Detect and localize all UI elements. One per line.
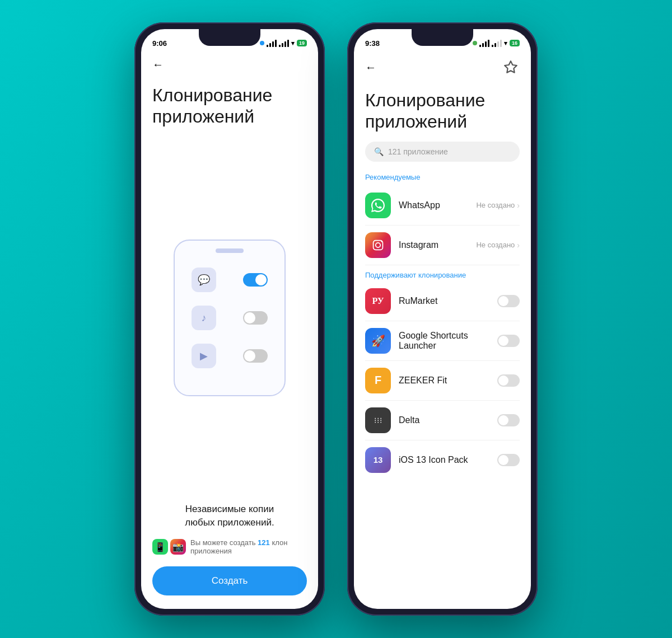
wifi-icon-right: ▾: [504, 40, 507, 47]
zeeker-toggle[interactable]: [497, 374, 520, 387]
whatsapp-name: WhatsApp: [399, 200, 476, 210]
bottom-section-left: Независимые копии любых приложений. 📱 📸 …: [141, 503, 318, 609]
gsl-name: Google Shortcuts Launcher: [399, 331, 497, 351]
app-row-1: 💬: [192, 268, 268, 292]
app-item-zeeker[interactable]: F ZEEKER Fit: [365, 361, 520, 401]
rumarket-icon: РУ: [365, 288, 391, 314]
bottom-text: Независимые копии любых приложений.: [152, 503, 307, 529]
screen-content-left: Клонирование приложений 💬 ♪ ▶: [141, 76, 318, 503]
clone-info-icons: 📱 📸: [152, 539, 186, 555]
signal-bars2-right: [492, 40, 502, 47]
screen-content-right: Клонирование приложений 🔍 121 приложение…: [354, 81, 531, 609]
whatsapp-chevron: ›: [517, 201, 520, 210]
ios-name: iOS 13 Icon Pack: [399, 455, 497, 465]
top-nav-right: ←: [354, 54, 531, 81]
app-row-2: ♪: [192, 306, 268, 330]
rumarket-name: RuMarket: [399, 296, 497, 306]
ios-icon: 13: [365, 447, 391, 473]
app-item-rumarket[interactable]: РУ RuMarket: [365, 282, 520, 321]
delta-icon: ⁝⁝⁝: [365, 407, 391, 433]
instagram-mini-icon: 📸: [170, 539, 186, 555]
status-icons-left: ▾ 19: [260, 40, 307, 47]
rumarket-toggle[interactable]: [497, 295, 520, 307]
toggle-2[interactable]: [243, 311, 268, 325]
toggle-1[interactable]: [243, 273, 268, 287]
dynamic-island-right: [412, 29, 473, 46]
time-left: 9:06: [152, 39, 167, 48]
svg-point-2: [381, 241, 382, 242]
app-icon-video: ▶: [192, 344, 216, 368]
signal-bars-right: [479, 40, 489, 47]
instagram-status: Не создано: [476, 241, 515, 249]
clone-info-text: Вы можете создать 121 клон приложения: [190, 538, 307, 555]
whatsapp-status: Не создано: [476, 201, 515, 209]
phone-illustration: 💬 ♪ ▶: [174, 240, 286, 396]
page-title-right: Клонирование приложений: [365, 90, 520, 133]
gsl-toggle[interactable]: [497, 335, 520, 347]
instagram-name: Instagram: [399, 240, 476, 250]
create-button[interactable]: Создать: [152, 566, 307, 595]
app-item-instagram[interactable]: Instagram Не создано ›: [365, 226, 520, 265]
zeeker-icon: F: [365, 368, 391, 393]
back-button-left[interactable]: ←: [152, 58, 164, 71]
delta-toggle[interactable]: [497, 414, 520, 426]
app-icon-chat: 💬: [192, 268, 216, 292]
app-item-gsl[interactable]: 🚀 Google Shortcuts Launcher: [365, 321, 520, 361]
search-bar[interactable]: 🔍 121 приложение: [365, 142, 520, 162]
signal-bars-left: [267, 40, 277, 47]
back-button-right[interactable]: ←: [365, 61, 376, 74]
section-label-recommended: Рекомендуемые: [365, 173, 520, 181]
whatsapp-mini-icon: 📱: [152, 539, 168, 555]
dynamic-island: [199, 29, 260, 46]
app-item-delta[interactable]: ⁝⁝⁝ Delta: [365, 401, 520, 440]
instagram-chevron: ›: [517, 241, 520, 250]
svg-point-1: [376, 243, 380, 247]
ios-toggle[interactable]: [497, 454, 520, 466]
battery-left: 19: [297, 40, 307, 46]
clone-info: 📱 📸 Вы можете создать 121 клон приложени…: [152, 538, 307, 555]
whatsapp-icon: [365, 193, 391, 218]
instagram-icon: [365, 232, 391, 258]
time-right: 9:38: [365, 39, 380, 48]
search-placeholder: 121 приложение: [388, 147, 448, 156]
illustration: 💬 ♪ ▶: [152, 144, 307, 492]
wifi-icon-left: ▾: [291, 40, 295, 47]
app-icon-music: ♪: [192, 306, 216, 330]
settings-button[interactable]: [502, 58, 520, 76]
notif-dot-left: [260, 41, 264, 45]
zeeker-name: ZEEKER Fit: [399, 376, 497, 386]
status-icons-right: ▾ 16: [473, 40, 520, 47]
search-icon: 🔍: [374, 147, 384, 156]
gsl-icon: 🚀: [365, 328, 391, 354]
toggle-3[interactable]: [243, 349, 268, 363]
app-item-whatsapp[interactable]: WhatsApp Не создано ›: [365, 186, 520, 226]
top-nav-left: ←: [141, 54, 318, 76]
delta-name: Delta: [399, 415, 497, 425]
section-label-supported: Поддерживают клонирование: [365, 271, 520, 279]
page-title-left: Клонирование приложений: [152, 85, 307, 128]
left-phone: 9:06 ▾ 19 ←: [134, 22, 325, 616]
app-item-ios[interactable]: 13 iOS 13 Icon Pack: [365, 440, 520, 480]
notif-dot-right: [473, 41, 477, 45]
app-row-3: ▶: [192, 344, 268, 368]
right-phone: 9:38 ▾ 16 ←: [347, 22, 538, 616]
signal-bars2-left: [279, 40, 289, 47]
battery-right: 16: [510, 40, 520, 46]
